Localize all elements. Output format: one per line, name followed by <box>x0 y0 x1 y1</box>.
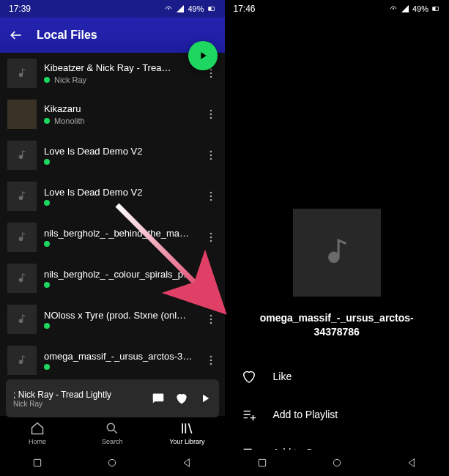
tab-library[interactable]: Your Library <box>149 416 224 450</box>
svg-point-7 <box>209 110 212 112</box>
local-dot-icon <box>44 241 50 247</box>
tab-search[interactable]: Search <box>75 416 149 450</box>
nav-home-icon[interactable] <box>331 457 343 469</box>
context-track-title: omega_massif_-_ursus_arctos-34378786 <box>225 311 450 340</box>
svg-point-28 <box>209 319 212 321</box>
svg-point-19 <box>209 233 212 235</box>
menu-add-playlist[interactable]: Add to Playlist <box>225 395 450 434</box>
svg-point-12 <box>209 155 212 157</box>
svg-point-18 <box>19 237 23 241</box>
local-dot-icon <box>44 118 50 124</box>
svg-point-13 <box>209 158 212 160</box>
svg-point-52 <box>333 459 340 466</box>
status-icons: 49% <box>389 4 440 13</box>
track-thumb <box>7 223 37 252</box>
tab-home[interactable]: Home <box>0 416 75 450</box>
svg-point-15 <box>209 192 212 194</box>
track-thumb <box>7 264 37 293</box>
nav-recent-icon[interactable] <box>256 457 268 469</box>
svg-point-46 <box>393 8 394 10</box>
svg-point-0 <box>168 8 169 10</box>
svg-point-3 <box>19 73 23 77</box>
track-more-button[interactable] <box>203 150 219 160</box>
svg-point-10 <box>19 155 23 159</box>
svg-point-29 <box>209 322 212 324</box>
svg-point-20 <box>209 237 212 239</box>
track-row[interactable]: Love Is Dead Demo V2 <box>0 176 225 217</box>
track-title: Love Is Dead Demo V2 <box>44 187 196 199</box>
nowplaying-artist: Nick Ray <box>13 400 144 408</box>
cast-icon[interactable] <box>152 392 165 405</box>
track-row[interactable]: nils_bergholz_-_colour_spirals_p… <box>0 258 225 299</box>
svg-point-27 <box>209 315 212 317</box>
track-title: nils_bergholz_-_colour_spirals_p… <box>44 269 196 281</box>
track-more-button[interactable] <box>203 109 219 119</box>
track-more-button[interactable] <box>203 232 219 242</box>
track-row[interactable]: Love Is Dead Demo V2 <box>0 135 225 176</box>
track-thumb <box>7 182 37 211</box>
play-all-button[interactable] <box>188 41 218 70</box>
svg-point-5 <box>209 72 212 75</box>
android-nav <box>0 450 225 476</box>
svg-point-43 <box>108 423 115 431</box>
status-time: 17:39 <box>9 4 31 14</box>
svg-point-23 <box>209 274 212 276</box>
svg-point-9 <box>209 117 212 119</box>
track-thumb <box>7 305 37 334</box>
menu-like[interactable]: Like <box>225 357 450 395</box>
nav-back-icon[interactable] <box>406 457 418 469</box>
nowplaying-title: ; Nick Ray - Tread Lightly <box>13 390 144 400</box>
nav-back-icon[interactable] <box>181 457 193 469</box>
track-thumb <box>7 141 37 170</box>
svg-point-45 <box>109 459 116 466</box>
local-dot-icon <box>44 159 50 165</box>
svg-point-17 <box>209 199 212 201</box>
track-row[interactable]: omega_massif_-_ursus_arctos-3… <box>0 340 225 381</box>
track-row[interactable]: nils_bergholz_-_behind_the_ma… <box>0 217 225 258</box>
local-dot-icon <box>44 282 50 288</box>
track-more-button[interactable] <box>203 314 219 324</box>
svg-rect-2 <box>209 7 212 10</box>
svg-point-32 <box>209 360 212 362</box>
track-more-button[interactable] <box>203 355 219 365</box>
playlist-add-icon <box>241 406 257 423</box>
like-icon[interactable] <box>175 392 188 405</box>
track-title: nils_bergholz_-_behind_the_ma… <box>44 228 196 240</box>
android-nav <box>225 450 450 476</box>
svg-point-8 <box>209 114 212 116</box>
local-dot-icon <box>44 200 50 206</box>
track-title: Kibeatzer & Nick Ray - Trea… <box>44 62 196 75</box>
track-title: omega_massif_-_ursus_arctos-3… <box>44 351 196 363</box>
track-thumb <box>7 100 37 129</box>
svg-point-30 <box>19 360 23 364</box>
local-dot-icon <box>44 364 50 370</box>
track-artist: Monolith <box>54 116 85 125</box>
status-time: 17:46 <box>234 4 256 14</box>
bottom-tabs: Home Search Your Library <box>0 416 225 450</box>
svg-point-49 <box>329 253 338 262</box>
svg-point-11 <box>209 151 212 153</box>
now-playing-bar[interactable]: ; Nick Ray - Tread Lightly Nick Ray <box>6 379 219 417</box>
svg-point-31 <box>209 356 212 358</box>
track-more-button[interactable] <box>203 273 219 283</box>
play-icon[interactable] <box>198 392 212 405</box>
svg-rect-48 <box>433 7 436 10</box>
svg-point-4 <box>209 69 212 71</box>
status-bar: 17:46 49% <box>225 0 450 18</box>
svg-rect-44 <box>34 459 40 466</box>
nav-recent-icon[interactable] <box>31 457 43 469</box>
track-row[interactable]: KikazaruMonolith <box>0 94 225 135</box>
nav-home-icon[interactable] <box>106 457 118 469</box>
local-dot-icon <box>44 77 50 83</box>
track-title: Love Is Dead Demo V2 <box>44 146 196 158</box>
back-icon[interactable] <box>9 28 23 42</box>
status-icons: 49% <box>164 4 215 13</box>
track-row[interactable]: NOloss x Tyre (prod. Stxne (onl… <box>0 299 225 340</box>
svg-point-22 <box>19 278 23 282</box>
local-dot-icon <box>44 323 50 329</box>
track-more-button[interactable] <box>203 191 219 201</box>
status-bar: 17:39 49% <box>0 0 225 18</box>
svg-rect-51 <box>259 459 265 466</box>
track-title: Kikazaru <box>44 103 196 116</box>
svg-point-25 <box>209 281 212 283</box>
